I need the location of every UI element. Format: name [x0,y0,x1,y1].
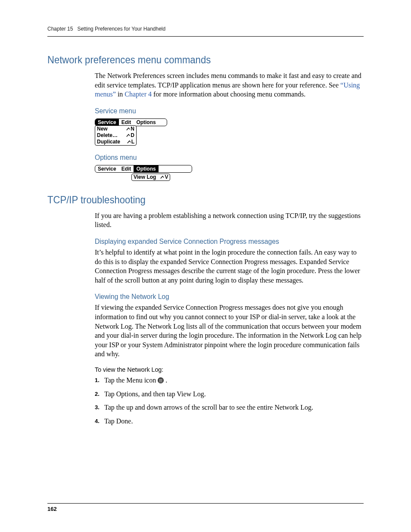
chapter-title: Setting Preferences for Your Handheld [77,26,165,32]
section-heading-tcpip: TCP/IP troubleshooting [47,194,338,206]
figure-service-menu: Service Edit Options New N Delete… D Dup… [95,118,364,146]
menu-dropdown-service: New N Delete… D Duplicate L [95,125,137,146]
menu-item-delete: Delete… D [95,132,136,139]
section-heading-network-prefs: Network preferences menu commands [47,54,338,66]
howto-title: To view the Network Log: [95,366,350,373]
command-stroke-icon [126,127,130,131]
menu-tab-service: Service [95,119,119,126]
steps-list: 1. Tap the Menu icon . 2. Tap Options, a… [95,376,364,426]
step-1: 1. Tap the Menu icon . [95,376,364,385]
section2-intro: If you are having a problem establishing… [95,211,364,230]
menu-item-new: New N [95,126,136,132]
running-head: Chapter 15 Setting Preferences for Your … [47,26,364,37]
menu-tab-edit: Edit [119,165,134,172]
menu-tab-edit: Edit [119,119,134,126]
command-stroke-icon [160,175,164,179]
step-2: 2. Tap Options, and then tap View Log. [95,389,364,399]
section1-body: The Network Preferences screen includes … [95,71,364,181]
menu-bar-options: Service Edit Options [95,165,192,173]
subheading-viewing-network-log: Viewing the Network Log [95,292,342,301]
command-stroke-icon [127,140,131,144]
command-stroke-icon [126,134,130,137]
menu-icon [158,377,164,383]
document-page: Chapter 15 Setting Preferences for Your … [0,0,411,532]
step-4: 4. Tap Done. [95,417,364,426]
menu-dropdown-options: View Log V [131,174,170,181]
section2-body: If you are having a problem establishing… [95,211,364,426]
para-viewing-network-log: If viewing the expanded Service Connecti… [95,303,364,359]
chapter-number: Chapter 15 [47,26,73,32]
xref-chapter4[interactable]: Chapter 4 [125,90,152,98]
subheading-options-menu: Options menu [95,153,342,162]
figure-options-menu: Service Edit Options View Log V [95,165,364,181]
menu-item-viewlog: View Log V [132,174,170,180]
para-expanded-progress: It’s helpful to identify at what point i… [95,248,364,285]
subheading-service-menu: Service menu [95,107,342,115]
subheading-expanded-progress: Displaying expanded Service Connection P… [95,237,342,246]
footer-rule [47,503,364,504]
step-3: 3. Tap the up and down arrows of the scr… [95,403,364,412]
menu-item-duplicate: Duplicate L [95,139,136,145]
section1-paragraph: The Network Preferences screen includes … [95,71,364,99]
menu-tab-service: Service [95,165,119,172]
menu-tab-options: Options [134,119,167,126]
page-number: 162 [47,506,57,512]
menu-tab-options: Options [134,165,158,172]
